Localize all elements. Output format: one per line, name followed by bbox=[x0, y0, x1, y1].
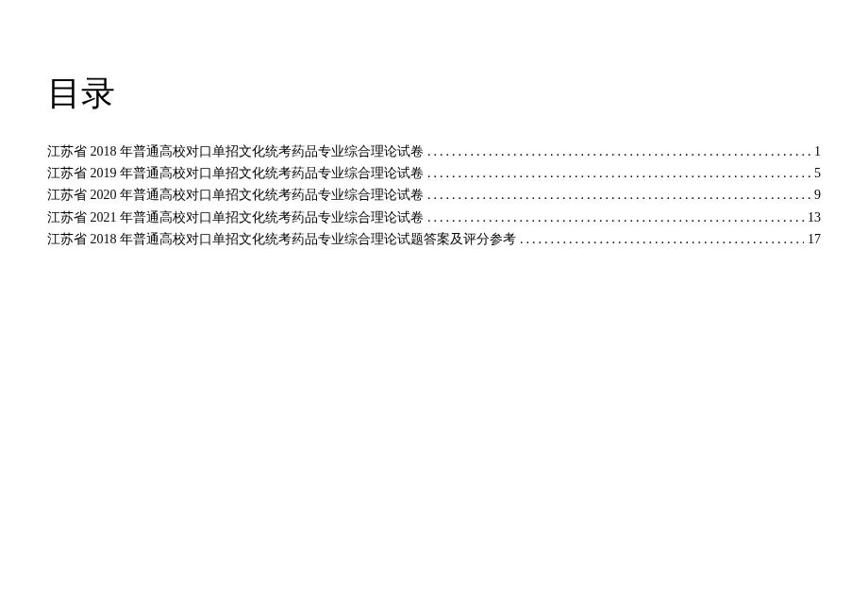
toc-entry[interactable]: 江苏省 2020 年普通高校对口单招文化统考药品专业综合理论试卷 9 bbox=[47, 187, 821, 204]
toc-entry[interactable]: 江苏省 2021 年普通高校对口单招文化统考药品专业综合理论试卷 13 bbox=[47, 209, 821, 226]
toc-dots bbox=[427, 209, 804, 226]
toc-entry-title: 江苏省 2018 年普通高校对口单招文化统考药品专业综合理论试卷 bbox=[47, 143, 424, 160]
toc-entry-title: 江苏省 2020 年普通高校对口单招文化统考药品专业综合理论试卷 bbox=[47, 187, 424, 204]
toc-dots bbox=[520, 231, 804, 248]
toc-entry-title: 江苏省 2018 年普通高校对口单招文化统考药品专业综合理论试题答案及评分参考 bbox=[47, 231, 516, 248]
page-title: 目录 bbox=[47, 71, 821, 117]
toc-entry-page: 5 bbox=[814, 165, 821, 182]
toc-entry-page: 9 bbox=[814, 187, 821, 204]
toc-entry-page: 13 bbox=[808, 209, 821, 226]
toc-dots bbox=[427, 187, 810, 204]
toc-entry-title: 江苏省 2019 年普通高校对口单招文化统考药品专业综合理论试卷 bbox=[47, 165, 424, 182]
toc-entry[interactable]: 江苏省 2018 年普通高校对口单招文化统考药品专业综合理论试卷 1 bbox=[47, 143, 821, 160]
toc-entry-page: 17 bbox=[808, 231, 821, 248]
toc-entry-page: 1 bbox=[814, 143, 821, 160]
toc-dots bbox=[427, 165, 810, 182]
toc-entry-title: 江苏省 2021 年普通高校对口单招文化统考药品专业综合理论试卷 bbox=[47, 209, 424, 226]
toc-dots bbox=[427, 143, 810, 160]
table-of-contents: 江苏省 2018 年普通高校对口单招文化统考药品专业综合理论试卷 1 江苏省 2… bbox=[47, 143, 821, 248]
toc-entry[interactable]: 江苏省 2019 年普通高校对口单招文化统考药品专业综合理论试卷 5 bbox=[47, 165, 821, 182]
toc-entry[interactable]: 江苏省 2018 年普通高校对口单招文化统考药品专业综合理论试题答案及评分参考 … bbox=[47, 231, 821, 248]
